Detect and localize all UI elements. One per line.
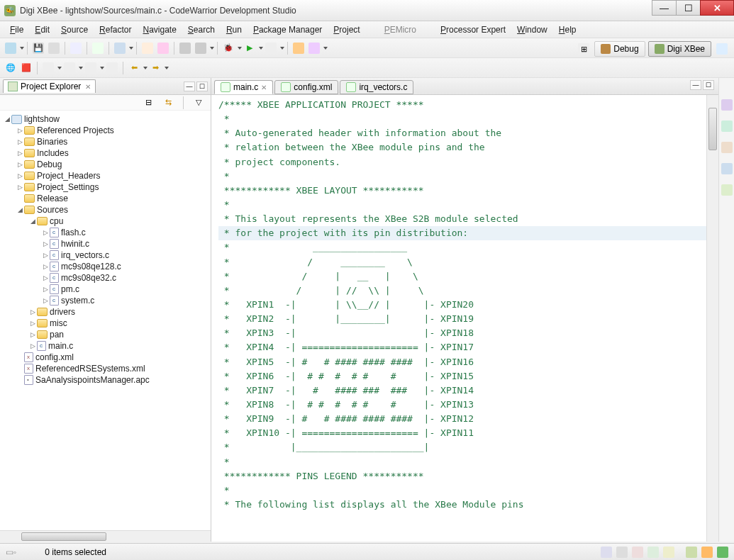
code-line[interactable]: ************ XBEE LAYOUT *********** <box>218 185 424 196</box>
tree-item[interactable]: ▷misc <box>0 318 211 329</box>
prefs-icon[interactable] <box>142 43 153 54</box>
scrollbar-thumb[interactable] <box>21 532 106 541</box>
expand-icon[interactable]: ▷ <box>28 342 37 349</box>
expand-icon[interactable]: ▷ <box>16 184 24 191</box>
properties-icon[interactable] <box>647 547 659 558</box>
expand-icon[interactable]: ▷ <box>28 320 37 327</box>
tree-item[interactable]: ▷Project_Headers <box>0 170 211 181</box>
console-icon[interactable] <box>632 547 643 558</box>
back-icon[interactable]: ⬅ <box>128 62 140 74</box>
code-line[interactable]: * XPIN3 -| |- XPIN18 <box>218 327 474 338</box>
tree-item[interactable]: ◢cpu <box>0 215 211 227</box>
menu-pemicro[interactable]: PEMicro <box>379 23 422 36</box>
editor-tab[interactable]: irq_vectors.c <box>340 80 413 94</box>
tree-item[interactable]: ▷Referenced Projects <box>0 125 211 136</box>
expand-icon[interactable]: ▷ <box>16 172 24 179</box>
tree-item[interactable]: ▷drivers <box>0 306 211 318</box>
expand-icon[interactable]: ▷ <box>28 331 37 338</box>
make-target-icon[interactable] <box>721 121 733 132</box>
code-line[interactable]: * XPIN6 -| # # # # # # |- XPIN15 <box>218 371 474 381</box>
code-content[interactable]: /***** XBEE APPLICATION PROJECT ***** * … <box>218 98 711 512</box>
expand-icon[interactable]: ▷ <box>41 252 50 259</box>
close-button[interactable]: ✕ <box>700 0 734 16</box>
collapse-all-icon[interactable]: ⊟ <box>143 97 154 108</box>
close-tab-icon[interactable]: ✕ <box>85 83 91 91</box>
home-icon[interactable]: 🌐 <box>5 62 16 74</box>
menu-source[interactable]: Source <box>55 23 94 36</box>
close-tab-icon[interactable]: ✕ <box>261 84 267 91</box>
nav-icon[interactable] <box>43 62 54 74</box>
menu-refactor[interactable]: Refactor <box>94 23 137 36</box>
save-all-icon[interactable] <box>48 43 60 54</box>
problems-icon[interactable] <box>601 547 612 558</box>
expand-icon[interactable]: ▷ <box>41 229 50 236</box>
menu-project[interactable]: Project <box>328 23 365 36</box>
dropdown-icon[interactable] <box>79 67 83 69</box>
link-editor-icon[interactable]: ⇆ <box>162 97 174 108</box>
dropdown-icon[interactable] <box>143 67 148 69</box>
editor-tab[interactable]: main.c✕ <box>214 80 273 94</box>
commander-icon[interactable] <box>114 43 126 54</box>
debug-icon[interactable]: 🐞 <box>223 43 234 54</box>
expand-icon[interactable]: ◢ <box>28 218 37 225</box>
task-icon[interactable] <box>308 43 320 54</box>
dropdown-icon[interactable] <box>280 47 284 50</box>
progress-icon[interactable] <box>686 547 697 558</box>
code-line[interactable]: * XPIN9 -| # # #### #### #### |- XPIN12 <box>218 413 474 424</box>
expand-icon[interactable]: ▷ <box>41 240 50 247</box>
dropdown-icon[interactable] <box>259 47 263 50</box>
maximize-button[interactable]: ☐ <box>676 0 701 16</box>
menu-run[interactable]: Run <box>221 23 248 36</box>
tree-item[interactable]: ▷irq_vectors.c <box>0 250 211 261</box>
tree-item[interactable]: ▷pan <box>0 329 211 340</box>
expand-icon[interactable]: ◢ <box>16 206 24 213</box>
dropdown-icon[interactable] <box>100 67 104 69</box>
stop-icon[interactable]: 🟥 <box>21 62 32 74</box>
code-line[interactable]: * <box>218 199 230 210</box>
scrollbar-thumb[interactable] <box>708 108 717 150</box>
expand-icon[interactable]: ▷ <box>16 161 24 168</box>
nav-icon[interactable] <box>85 62 96 74</box>
build-icon[interactable] <box>92 43 104 54</box>
open-perspective-icon[interactable]: ⊞ <box>578 43 589 55</box>
code-line[interactable]: * / | __ | \ <box>218 271 418 281</box>
code-line[interactable]: * XPIN2 -| |________| |- XPIN19 <box>218 313 474 324</box>
code-line[interactable]: * <box>218 113 230 124</box>
code-line[interactable]: * <box>218 485 230 495</box>
tree-item[interactable]: ▷Project_Settings <box>0 181 211 193</box>
code-line[interactable]: * XPIN5 -| # # #### #### #### |- XPIN16 <box>218 357 474 367</box>
code-line[interactable]: * Auto-generated header with information… <box>218 128 501 138</box>
dropdown-icon[interactable] <box>57 67 62 69</box>
expand-icon[interactable]: ▷ <box>41 286 50 293</box>
external-icon[interactable] <box>265 43 277 54</box>
project-explorer-tab[interactable]: Project Explorer ✕ <box>3 79 96 93</box>
new-icon[interactable] <box>5 43 16 54</box>
tree-item[interactable]: ▷Includes <box>0 147 211 159</box>
code-line[interactable]: * XPIN7 -| # #### ### ### |- XPIN14 <box>218 385 474 396</box>
expand-icon[interactable]: ▷ <box>41 297 50 304</box>
search-results-icon[interactable] <box>663 547 674 558</box>
perspective-digixbee[interactable]: Digi XBee <box>648 41 711 57</box>
dropdown-icon[interactable] <box>165 67 169 69</box>
project-icon[interactable] <box>157 43 169 54</box>
minimize-editor-icon[interactable]: — <box>690 80 701 90</box>
view-menu-icon[interactable]: ▽ <box>193 97 204 108</box>
code-line[interactable]: * project components. <box>218 157 340 167</box>
code-line[interactable]: * XPIN10 -| ===================== |- XPI… <box>218 427 474 438</box>
print-icon[interactable] <box>70 43 82 54</box>
task-list-icon[interactable] <box>721 163 733 174</box>
expand-icon[interactable]: ▷ <box>41 263 50 270</box>
vertical-scrollbar[interactable] <box>706 95 718 542</box>
expand-icon[interactable]: ▷ <box>28 308 37 315</box>
minimize-view-icon[interactable]: — <box>184 82 195 91</box>
editor-tab[interactable]: config.xml <box>274 80 338 94</box>
forward-icon[interactable]: ➡ <box>150 62 161 74</box>
code-line[interactable]: /***** XBEE APPLICATION PROJECT ***** <box>218 99 424 110</box>
project-tree[interactable]: ◢ lightshow ▷Referenced Projects▷Binarie… <box>0 111 211 530</box>
code-line[interactable]: * for the project with its pin distribut… <box>218 226 711 240</box>
outline-icon[interactable] <box>721 99 733 111</box>
dropdown-icon[interactable] <box>238 47 242 50</box>
tree-item[interactable]: ▷hwinit.c <box>0 238 211 250</box>
tree-item[interactable]: ◢Sources <box>0 204 211 215</box>
dropdown-icon[interactable] <box>210 47 214 50</box>
